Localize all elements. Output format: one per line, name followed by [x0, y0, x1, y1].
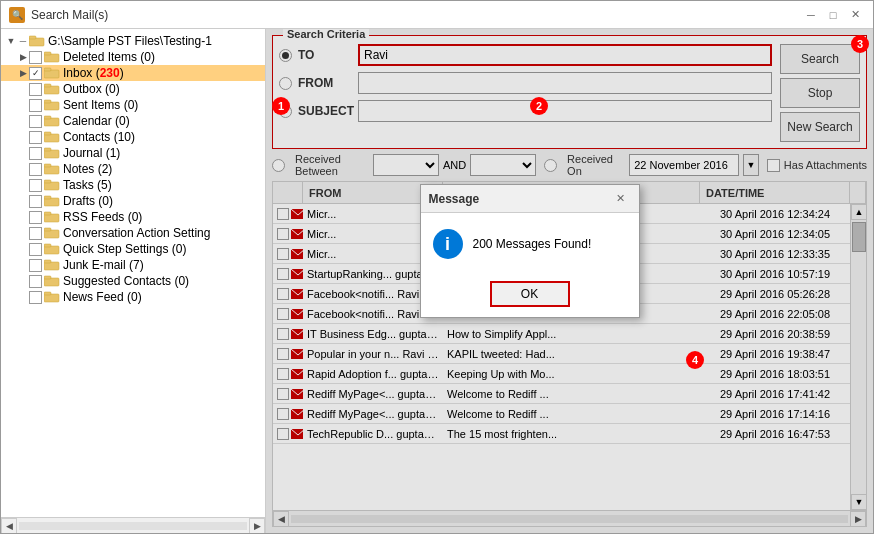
expand-deleted[interactable]: ▶ — [17, 51, 29, 63]
tree-deleted-items[interactable]: ▶ Deleted Items (0) — [1, 49, 265, 65]
dialog-message: 200 Messages Found! — [473, 237, 592, 251]
svg-rect-11 — [44, 116, 51, 119]
tree-drafts[interactable]: Drafts (0) — [1, 193, 265, 209]
check-notes[interactable] — [29, 163, 42, 176]
check-conversation[interactable] — [29, 227, 42, 240]
titlebar-left: 🔍 Search Mail(s) — [9, 7, 108, 23]
contacts-label: Contacts (10) — [63, 130, 135, 144]
tree-inbox[interactable]: ▶ ✓ Inbox (230) — [1, 65, 265, 81]
tree-junk[interactable]: Junk E-mail (7) — [1, 257, 265, 273]
sent-folder-icon — [44, 99, 60, 111]
conversation-folder-icon — [44, 227, 60, 239]
dialog-titlebar: Message ✕ — [421, 185, 639, 213]
check-inbox[interactable]: ✓ — [29, 67, 42, 80]
tree-rss[interactable]: RSS Feeds (0) — [1, 209, 265, 225]
svg-rect-3 — [44, 52, 51, 55]
tree-tasks[interactable]: Tasks (5) — [1, 177, 265, 193]
dialog-close-button[interactable]: ✕ — [611, 190, 631, 208]
dialog-footer: OK — [421, 275, 639, 317]
callout-3: 3 — [851, 35, 869, 53]
check-quickstep[interactable] — [29, 243, 42, 256]
callout-4: 4 — [686, 351, 704, 369]
check-contacts[interactable] — [29, 131, 42, 144]
suggested-label: Suggested Contacts (0) — [63, 274, 189, 288]
check-deleted[interactable] — [29, 51, 42, 64]
tree-newsfeed[interactable]: News Feed (0) — [1, 289, 265, 305]
svg-rect-31 — [44, 276, 51, 279]
svg-rect-23 — [44, 212, 51, 215]
close-button[interactable]: ✕ — [845, 6, 865, 24]
left-scrollbar: ◀ ▶ — [1, 517, 265, 533]
root-label: G:\Sample PST Files\Testing-1 — [48, 34, 212, 48]
drafts-label: Drafts (0) — [63, 194, 113, 208]
tree-quickstep[interactable]: Quick Step Settings (0) — [1, 241, 265, 257]
callout-1: 1 — [272, 97, 290, 115]
svg-rect-19 — [44, 180, 51, 183]
check-calendar[interactable] — [29, 115, 42, 128]
folder-tree: ▼ ─ G:\Sample PST Files\Testing-1 ▶ Dele… — [1, 29, 265, 517]
tree-conversation[interactable]: Conversation Action Setting — [1, 225, 265, 241]
svg-rect-7 — [44, 84, 51, 87]
check-newsfeed[interactable] — [29, 291, 42, 304]
svg-rect-21 — [44, 196, 51, 199]
rss-folder-icon — [44, 211, 60, 223]
quickstep-folder-icon — [44, 243, 60, 255]
check-outbox[interactable] — [29, 83, 42, 96]
dialog-title: Message — [429, 192, 480, 206]
minimize-button[interactable]: ─ — [801, 6, 821, 24]
svg-rect-1 — [29, 36, 36, 39]
left-scroll-track[interactable] — [19, 522, 247, 530]
info-icon: i — [433, 229, 463, 259]
expand-inbox[interactable]: ▶ — [17, 67, 29, 79]
notes-label: Notes (2) — [63, 162, 112, 176]
maximize-button[interactable]: □ — [823, 6, 843, 24]
root-folder-icon — [29, 35, 45, 47]
dialog-body: i 200 Messages Found! — [421, 213, 639, 275]
check-drafts[interactable] — [29, 195, 42, 208]
titlebar-controls: ─ □ ✕ — [801, 6, 865, 24]
deleted-folder-icon — [44, 51, 60, 63]
main-window: 🔍 Search Mail(s) ─ □ ✕ ▼ ─ G:\Sample PST… — [0, 0, 874, 534]
tree-suggested[interactable]: Suggested Contacts (0) — [1, 273, 265, 289]
message-dialog: Message ✕ i 200 Messages Found! OK — [420, 184, 640, 318]
check-tasks[interactable] — [29, 179, 42, 192]
ok-button[interactable]: OK — [490, 281, 570, 307]
expand-root[interactable]: ▼ — [5, 35, 17, 47]
svg-rect-33 — [44, 292, 51, 295]
titlebar-title: Search Mail(s) — [31, 8, 108, 22]
calendar-label: Calendar (0) — [63, 114, 130, 128]
drafts-folder-icon — [44, 195, 60, 207]
left-panel: ▼ ─ G:\Sample PST Files\Testing-1 ▶ Dele… — [1, 29, 266, 533]
tree-journal[interactable]: Journal (1) — [1, 145, 265, 161]
outbox-folder-icon — [44, 83, 60, 95]
svg-rect-5 — [44, 68, 51, 71]
check-journal[interactable] — [29, 147, 42, 160]
outbox-label: Outbox (0) — [63, 82, 120, 96]
tasks-folder-icon — [44, 179, 60, 191]
tree-root[interactable]: ▼ ─ G:\Sample PST Files\Testing-1 — [1, 33, 265, 49]
expand-root2[interactable]: ─ — [17, 35, 29, 47]
journal-folder-icon — [44, 147, 60, 159]
tree-outbox[interactable]: Outbox (0) — [1, 81, 265, 97]
check-sent[interactable] — [29, 99, 42, 112]
svg-rect-27 — [44, 244, 51, 247]
tree-notes[interactable]: Notes (2) — [1, 161, 265, 177]
conversation-label: Conversation Action Setting — [63, 226, 210, 240]
journal-label: Journal (1) — [63, 146, 120, 160]
svg-rect-25 — [44, 228, 51, 231]
tree-contacts[interactable]: Contacts (10) — [1, 129, 265, 145]
callout-2: 2 — [530, 97, 548, 115]
junk-folder-icon — [44, 259, 60, 271]
tree-calendar[interactable]: Calendar (0) — [1, 113, 265, 129]
left-scroll-left[interactable]: ◀ — [1, 518, 17, 534]
dialog-overlay: Message ✕ i 200 Messages Found! OK 4 — [266, 29, 873, 533]
left-scroll-right[interactable]: ▶ — [249, 518, 265, 534]
svg-rect-29 — [44, 260, 51, 263]
check-rss[interactable] — [29, 211, 42, 224]
check-junk[interactable] — [29, 259, 42, 272]
check-suggested[interactable] — [29, 275, 42, 288]
svg-rect-9 — [44, 100, 51, 103]
suggested-folder-icon — [44, 275, 60, 287]
contacts-folder-icon — [44, 131, 60, 143]
tree-sent-items[interactable]: Sent Items (0) — [1, 97, 265, 113]
